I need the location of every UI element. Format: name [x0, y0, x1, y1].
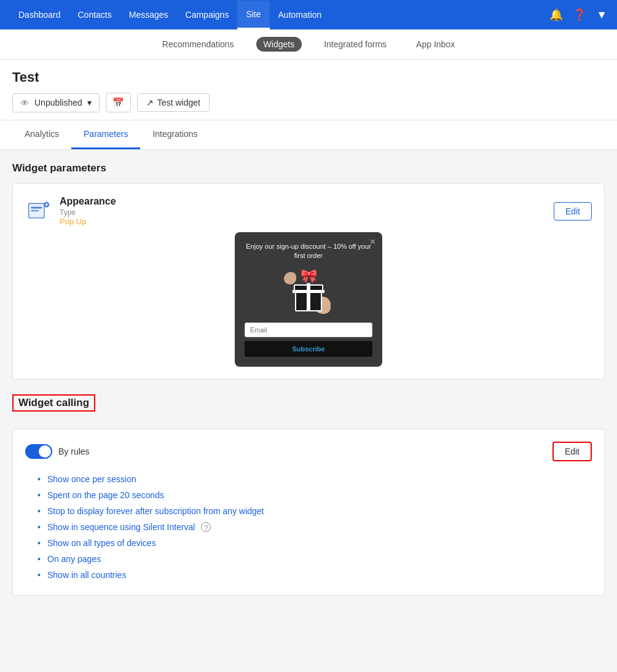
page-title: Test — [12, 69, 605, 85]
notification-bell-icon[interactable]: 🔔 — [549, 8, 563, 21]
widget-preview-wrapper: ✕ Enjoy our sign-up discount – 10% off y… — [25, 232, 592, 367]
sub-nav-app-inbox[interactable]: App Inbox — [409, 37, 462, 52]
widget-parameters-title: Widget parameters — [12, 162, 605, 174]
help-icon[interactable]: ❓ — [573, 8, 586, 21]
unpublished-label: Unpublished — [34, 98, 82, 107]
rules-list: Show once per session Spent on the page … — [25, 471, 592, 583]
tab-analytics[interactable]: Analytics — [12, 120, 71, 149]
nav-automation[interactable]: Automation — [270, 1, 331, 28]
top-nav: Dashboard Contacts Messages Campaigns Si… — [0, 0, 617, 29]
sub-nav: Recommendations Widgets Integrated forms… — [0, 29, 617, 60]
rule-item-5: On any pages — [37, 551, 592, 567]
tab-integrations[interactable]: Integrations — [140, 120, 210, 149]
appearance-icon — [25, 198, 52, 225]
rule-item-1: Spent on the page 20 seconds — [37, 487, 592, 503]
tabs: Analytics Parameters Integrations — [0, 120, 617, 150]
by-rules-toggle[interactable] — [25, 444, 52, 459]
rule-item-0: Show once per session — [37, 471, 592, 487]
rule-item-2: Stop to display forever after subscripti… — [37, 503, 592, 519]
widget-calling-card: By rules Edit Show once per session Spen… — [12, 429, 605, 596]
calendar-icon: 📅 — [112, 97, 124, 107]
preview-email-field — [245, 322, 372, 337]
test-widget-button[interactable]: ↗ Test widget — [137, 93, 210, 112]
sub-nav-widgets[interactable]: Widgets — [256, 37, 302, 52]
appearance-type-value: Pop Up — [60, 217, 116, 226]
calendar-button[interactable]: 📅 — [106, 93, 131, 112]
sub-nav-integrated-forms[interactable]: Integrated forms — [316, 37, 394, 52]
svg-rect-1 — [31, 206, 42, 208]
appearance-title: Appearance — [60, 196, 116, 207]
page-header: Test 👁 Unpublished ▾ 📅 ↗ Test widget — [0, 60, 617, 120]
eye-icon: 👁 — [20, 98, 29, 108]
appearance-edit-button[interactable]: Edit — [554, 202, 592, 221]
rule-item-3: Show in sequence using Silent Interval ? — [37, 519, 592, 535]
top-nav-right: 🔔 ❓ ▼ — [549, 8, 607, 21]
svg-rect-2 — [31, 210, 39, 211]
rule-item-6: Show in all countries — [37, 567, 592, 583]
by-rules-row: By rules Edit — [25, 442, 592, 461]
nav-campaigns[interactable]: Campaigns — [177, 1, 238, 28]
dropdown-chevron-icon: ▾ — [87, 98, 92, 107]
nav-dashboard[interactable]: Dashboard — [10, 1, 69, 28]
test-widget-label: Test widget — [157, 98, 200, 107]
account-dropdown-icon[interactable]: ▼ — [596, 9, 607, 21]
appearance-card: Appearance Type Pop Up Edit ✕ Enjoy our … — [12, 183, 605, 380]
promo-text: Enjoy our sign-up discount – 10% off you… — [245, 242, 372, 261]
unpublished-button[interactable]: 👁 Unpublished ▾ — [12, 93, 100, 112]
by-rules-left: By rules — [25, 444, 90, 459]
nav-site[interactable]: Site — [237, 1, 269, 29]
nav-contacts[interactable]: Contacts — [69, 1, 120, 28]
appearance-type-label: Type — [60, 208, 116, 217]
sub-nav-recommendations[interactable]: Recommendations — [155, 37, 242, 52]
appearance-header: Appearance Type Pop Up Edit — [25, 196, 592, 226]
silent-interval-help-icon[interactable]: ? — [201, 522, 211, 532]
main-content: Widget parameters Appearance Type Pop Up — [0, 150, 617, 623]
tab-parameters[interactable]: Parameters — [71, 120, 140, 149]
toolbar: 👁 Unpublished ▾ 📅 ↗ Test widget — [12, 93, 605, 112]
external-link-icon: ↗ — [146, 98, 154, 107]
appearance-left: Appearance Type Pop Up — [25, 196, 116, 226]
rule-item-4: Show on all types of devices — [37, 535, 592, 551]
nav-messages[interactable]: Messages — [120, 1, 177, 28]
widget-preview: ✕ Enjoy our sign-up discount – 10% off y… — [235, 232, 382, 367]
preview-subscribe-button: Subscribe — [245, 341, 372, 357]
by-rules-label: By rules — [58, 447, 90, 456]
preview-close-icon: ✕ — [369, 237, 376, 246]
widget-calling-title: Widget calling — [12, 394, 95, 412]
by-rules-edit-button[interactable]: Edit — [552, 442, 592, 461]
